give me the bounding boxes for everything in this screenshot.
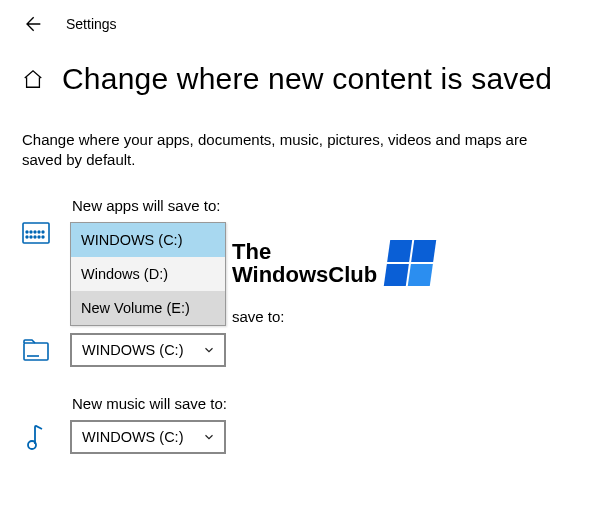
chevron-down-icon — [202, 430, 216, 444]
apps-dropdown[interactable]: WINDOWS (C:) Windows (D:) New Volume (E:… — [70, 222, 226, 326]
watermark-line2: WindowsClub — [232, 263, 377, 286]
setting-apps: New apps will save to: WINDOWS (C:) — [0, 179, 600, 248]
svg-point-5 — [42, 236, 44, 238]
music-select[interactable]: WINDOWS (C:) — [70, 420, 226, 454]
dropdown-option-c[interactable]: WINDOWS (C:) — [71, 223, 225, 257]
svg-point-4 — [38, 236, 40, 238]
setting-music-label: New music will save to: — [22, 395, 578, 412]
watermark-line1: The — [232, 240, 377, 263]
documents-icon — [22, 339, 50, 361]
page-title: Change where new content is saved — [62, 62, 552, 96]
dropdown-option-e[interactable]: New Volume (E:) — [71, 291, 225, 325]
topbar-title: Settings — [66, 16, 117, 32]
svg-point-10 — [42, 231, 44, 233]
svg-point-12 — [28, 441, 36, 449]
svg-point-8 — [34, 231, 36, 233]
dropdown-option-d[interactable]: Windows (D:) — [71, 257, 225, 291]
windows-logo-icon — [384, 240, 436, 286]
music-select-value: WINDOWS (C:) — [82, 429, 183, 445]
svg-rect-11 — [24, 343, 48, 360]
documents-select-value: WINDOWS (C:) — [82, 342, 183, 358]
svg-point-9 — [38, 231, 40, 233]
watermark: The WindowsClub — [232, 240, 433, 286]
back-icon[interactable] — [22, 14, 42, 34]
chevron-down-icon — [202, 343, 216, 357]
header: Change where new content is saved — [0, 44, 600, 100]
svg-point-6 — [26, 231, 28, 233]
music-icon — [22, 424, 50, 450]
svg-point-7 — [30, 231, 32, 233]
documents-select[interactable]: WINDOWS (C:) — [70, 333, 226, 367]
svg-point-1 — [26, 236, 28, 238]
svg-point-2 — [30, 236, 32, 238]
apps-icon — [22, 222, 50, 244]
description: Change where your apps, documents, music… — [0, 100, 560, 179]
home-icon[interactable] — [22, 68, 44, 90]
setting-music: New music will save to: WINDOWS (C:) — [0, 371, 600, 458]
setting-apps-label: New apps will save to: — [22, 197, 578, 214]
topbar: Settings — [0, 0, 600, 44]
svg-point-3 — [34, 236, 36, 238]
